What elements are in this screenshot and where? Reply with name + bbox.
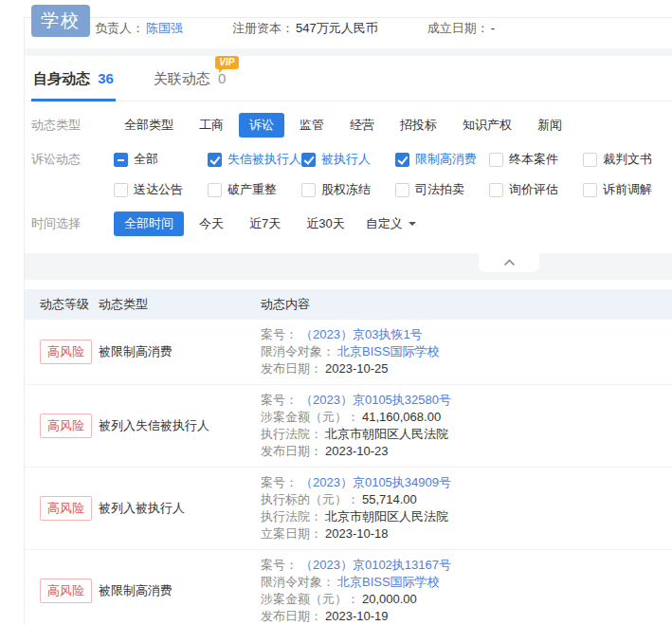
content-line-label: 涉案金额（元）： [261,410,359,424]
content-line: 案号：（2023）京0102执13167号 [261,557,672,574]
content-line: 限消令对象：北京BISS国际学校 [261,343,672,360]
content-line-label: 发布日期： [261,444,322,458]
checkbox-label: 司法拍卖 [415,181,464,198]
content-line-label: 执行标的（元）： [261,492,359,506]
dynamic-type-options: 全部类型工商诉讼监管经营招投标知识产权新闻 [114,113,577,138]
type-cell: 被限制高消费 [99,582,261,599]
company-info-fields: 负责人：陈国强注册资本：547万元人民币成立日期：- [95,20,544,37]
tab-self-dynamics[interactable]: 自身动态 36 [31,70,116,101]
content-line-link[interactable]: 北京BISS国际学校 [337,344,440,358]
checkbox-label: 诉前调解 [603,181,652,198]
dynamics-table-body: 高风险被限制高消费案号：（2023）京03执恢1号限消令对象：北京BISS国际学… [25,320,672,625]
dynamic-type-option[interactable]: 招投标 [390,113,447,138]
dynamic-type-option[interactable]: 知识产权 [452,113,522,138]
checkbox-label: 失信被执行人 [227,151,301,168]
table-row: 高风险被限制高消费案号：（2023）京03执恢1号限消令对象：北京BISS国际学… [25,320,672,385]
header-type: 动态类型 [99,296,261,313]
time-option[interactable]: 全部时间 [114,211,184,236]
time-option[interactable]: 今天 [189,211,234,236]
filter-panel: 动态类型 全部类型工商诉讼监管经营招投标知识产权新闻 诉讼动态 全部失信被执行人… [25,101,672,253]
dynamic-type-option[interactable]: 全部类型 [114,113,184,138]
filter-row-litigation: 诉讼动态 全部失信被执行人被执行人限制高消费终本案件裁判文书送达公告破产重整股权… [31,147,672,198]
content-line: 限消令对象：北京BISS国际学校 [261,574,672,591]
content-line-link[interactable]: （2023）京0105执34909号 [300,475,451,489]
tab-self-label: 自身动态 [33,70,90,86]
litigation-checkbox[interactable]: 失信被执行人 [208,151,301,168]
content-line: 发布日期：2023-10-25 [261,360,672,377]
company-field: 负责人：陈国强 [95,20,183,37]
dynamic-type-label: 动态类型 [31,113,114,138]
content-line-link[interactable]: （2023）京0102执13167号 [300,558,451,572]
litigation-checkbox[interactable]: 限制高消费 [395,151,489,168]
content-line-value: 2023-10-18 [325,526,389,541]
content-line-link[interactable]: （2023）京0105执32580号 [300,393,451,407]
level-cell: 高风险 [25,496,99,521]
content-line-value: 20,000.00 [362,592,417,606]
level-cell: 高风险 [25,414,99,438]
litigation-checkbox[interactable]: 诉前调解 [583,181,672,198]
litigation-checkbox[interactable]: 终本案件 [489,151,583,168]
content-line: 执行法院：北京市朝阳区人民法院 [261,426,672,443]
checkbox-icon [114,183,128,197]
time-option[interactable]: 近7天 [239,211,291,236]
checkbox-icon [395,153,409,167]
content-line-label: 限消令对象： [261,344,335,358]
filter-row-dynamic-type: 动态类型 全部类型工商诉讼监管经营招投标知识产权新闻 [31,113,672,138]
checkbox-icon [301,183,316,197]
chevron-up-icon [503,259,516,267]
content-line-link[interactable]: 北京BISS国际学校 [337,575,440,589]
table-header: 动态等级 动态类型 动态内容 [25,289,672,320]
company-field: 成立日期：- [427,20,495,37]
dynamic-type-option[interactable]: 工商 [189,113,234,138]
content-line-label: 案号： [261,475,298,489]
content-line-label: 案号： [261,558,298,572]
checkbox-label: 裁判文书 [603,151,652,168]
litigation-options: 全部失信被执行人被执行人限制高消费终本案件裁判文书送达公告破产重整股权冻结司法拍… [114,147,672,198]
dynamic-type-option[interactable]: 监管 [289,113,335,138]
checkbox-label: 破产重整 [227,181,277,198]
litigation-checkbox[interactable]: 股权冻结 [301,181,395,198]
content-line-value: 55,714.00 [362,492,417,506]
company-field-value: 547万元人民币 [296,21,378,35]
risk-badge: 高风险 [40,496,92,521]
content-line-label: 执行法院： [261,427,322,441]
company-field-value: - [491,21,495,35]
litigation-checkbox[interactable]: 司法拍卖 [395,181,489,198]
checkbox-label: 限制高消费 [415,151,477,168]
content-line-label: 案号： [261,327,298,341]
company-field-link[interactable]: 陈国强 [146,21,183,35]
custom-time-label: 自定义 [366,215,403,232]
risk-badge: 高风险 [40,414,92,438]
content-line-link[interactable]: （2023）京03执恢1号 [300,327,423,341]
litigation-checkbox[interactable]: 全部 [114,151,208,168]
content-line: 发布日期：2023-10-19 [261,608,672,625]
dynamic-type-option[interactable]: 新闻 [527,113,572,138]
tab-related-dynamics[interactable]: VIP 关联动态 0 [152,70,228,101]
content-line: 案号：（2023）京0105执34909号 [261,474,672,491]
checkbox-label: 全部 [134,151,158,168]
litigation-checkbox[interactable]: 破产重整 [208,181,301,198]
time-option[interactable]: 近30天 [296,211,354,236]
content-line: 涉案金额（元）：41,160,068.00 [261,409,672,426]
content-line-value: 2023-10-23 [325,444,389,458]
content-cell: 案号：（2023）京0105执34909号执行标的（元）：55,714.00执行… [261,474,672,542]
dynamic-type-option[interactable]: 诉讼 [239,113,284,138]
checkbox-icon [489,183,503,197]
checkbox-label: 股权冻结 [321,181,371,198]
litigation-checkbox[interactable]: 裁判文书 [583,151,672,168]
content-line: 发布日期：2023-10-23 [261,443,672,460]
litigation-checkbox[interactable]: 被执行人 [301,151,395,168]
litigation-checkbox[interactable]: 询价评估 [489,181,583,198]
content-line: 执行标的（元）：55,714.00 [261,491,672,508]
company-logo-badge: 学校 [31,5,90,37]
chevron-down-icon [409,222,416,230]
tab-related-label: 关联动态 [154,70,210,86]
content-cell: 案号：（2023）京0105执32580号涉案金额（元）：41,160,068.… [261,392,672,460]
type-cell: 被列入失信被执行人 [99,417,261,434]
content-line-value: 2023-10-25 [325,361,389,376]
dynamic-type-option[interactable]: 经营 [339,113,385,138]
custom-time-dropdown[interactable]: 自定义 [360,211,422,236]
filter-row-time: 时间选择 自定义 全部时间今天近7天近30天 [31,211,672,236]
litigation-checkbox[interactable]: 送达公告 [114,181,208,198]
collapse-filters-button[interactable] [479,253,539,272]
